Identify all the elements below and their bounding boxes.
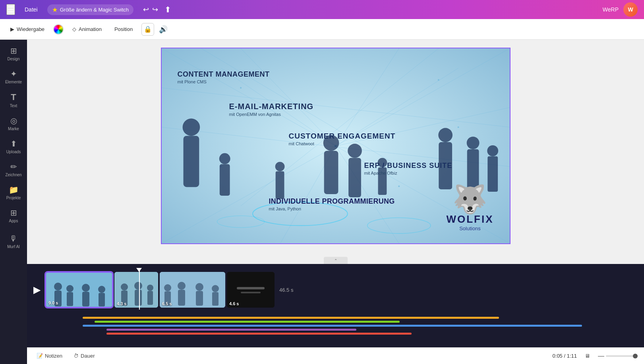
svg-point-62 <box>178 282 186 290</box>
zeichnen-label: Zeichnen <box>5 173 21 177</box>
slide-text-customer-eng: CUSTOMER ENGAGEMENT mit Chatwoot <box>289 132 396 146</box>
total-duration-label: 46.5 s <box>279 287 293 293</box>
projekte-label: Projekte <box>6 196 21 200</box>
screen-button[interactable]: 🖥 <box>582 351 593 360</box>
collapse-handle[interactable]: ⌃ <box>324 257 348 264</box>
file-button[interactable]: Datei <box>21 5 41 14</box>
track-1 <box>83 317 499 319</box>
time-display: 0:05 / 1:11 <box>553 353 577 359</box>
track-2 <box>95 321 400 323</box>
play-icon: ▶ <box>10 26 14 32</box>
customer-eng-title: CUSTOMER ENGAGEMENT <box>289 132 396 141</box>
magic-switch-button[interactable]: ★ Größe ändern & Magic Switch <box>47 4 133 15</box>
content-mgmt-title: CONTENT MANAGEMENT <box>178 70 270 79</box>
redo-button[interactable]: ↪ <box>152 5 158 14</box>
notes-label: Notizen <box>45 353 62 359</box>
sidebar-item-marke[interactable]: ◎ Marke <box>2 113 25 134</box>
wiedergabe-button[interactable]: ▶ Wiedergabe <box>6 24 48 35</box>
clip-2-duration: 4.3 s <box>117 301 126 306</box>
notes-button[interactable]: 📝 Notizen <box>33 351 66 360</box>
wolfix-logo-area: 🐺 WOLFIX Solutions <box>446 185 493 231</box>
email-mkt-subtitle: mit OpenEMM von Agnitas <box>229 112 314 117</box>
wiedergabe-label: Wiedergabe <box>17 26 44 32</box>
murf-label: Murf AI <box>7 245 20 249</box>
murf-icon: 🎙 <box>10 234 17 243</box>
menu-button[interactable]: ☰ <box>6 4 15 15</box>
zoom-track[interactable] <box>606 355 638 357</box>
position-label: Position <box>114 26 133 32</box>
sidebar-item-design[interactable]: ⊞ Design <box>2 43 25 64</box>
svg-point-17 <box>240 87 242 89</box>
apps-icon: ⊞ <box>10 208 17 218</box>
sidebar-item-text[interactable]: T Text <box>2 89 25 111</box>
username-label: WeRP <box>603 6 619 13</box>
svg-rect-56 <box>135 290 142 306</box>
playhead-line <box>139 268 140 310</box>
duration-label: Dauer <box>81 353 95 359</box>
zoom-thumb <box>633 354 638 358</box>
animation-button[interactable]: ◇ Animation <box>68 24 106 35</box>
content-area: CONTENT MANAGEMENT mit Plone CMS E-MAIL-… <box>27 40 644 364</box>
bottom-bar: 📝 Notizen ⏱ Dauer 0:05 / 1:11 🖥 — <box>27 347 644 364</box>
duration-button[interactable]: ⏱ Dauer <box>70 351 98 360</box>
canvas-slide[interactable]: CONTENT MANAGEMENT mit Plone CMS E-MAIL-… <box>161 48 511 244</box>
sidebar-item-apps[interactable]: ⊞ Apps <box>2 205 25 226</box>
cloud-save-button[interactable]: ⬆ <box>164 5 171 14</box>
volume-button[interactable]: 🔊 <box>159 25 168 34</box>
marke-label: Marke <box>8 127 19 131</box>
slide-text-individuelle: INDIVIDUELLE PROGRAMMIERUNG mit Java, Py… <box>269 197 395 211</box>
clip-4[interactable]: 4.6 s <box>227 272 275 308</box>
clip-3[interactable]: 6.5 s <box>160 272 225 308</box>
magic-star-icon: ★ <box>52 6 58 13</box>
sidebar-item-uploads[interactable]: ⬆ Uploads <box>2 136 25 157</box>
svg-point-53 <box>121 283 128 291</box>
lock-icon: 🔒 <box>144 25 152 33</box>
sidebar-item-projekte[interactable]: 📁 Projekte <box>2 182 25 203</box>
svg-point-44 <box>54 283 62 291</box>
svg-point-57 <box>147 285 153 291</box>
clip-2[interactable]: 4.3 s <box>114 272 158 308</box>
svg-point-20 <box>220 166 222 168</box>
customer-eng-subtitle: mit Chatwoot <box>289 141 396 146</box>
zoom-control[interactable]: — <box>598 352 638 360</box>
wolfix-text: WOLFIX <box>446 213 493 225</box>
animation-icon: ◇ <box>72 26 76 32</box>
bottom-right: 0:05 / 1:11 🖥 — <box>553 351 638 360</box>
zeichnen-icon: ✏ <box>10 162 17 171</box>
text-label: Text <box>10 104 17 108</box>
elemente-label: Elemente <box>5 80 22 84</box>
canvas-area: CONTENT MANAGEMENT mit Plone CMS E-MAIL-… <box>27 40 644 264</box>
sidebar-item-murf[interactable]: 🎙 Murf AI <box>2 231 25 252</box>
individuelle-subtitle: mit Java, Python <box>269 206 395 211</box>
svg-point-55 <box>134 282 142 290</box>
svg-point-21 <box>457 126 459 128</box>
svg-rect-67 <box>212 292 219 306</box>
avatar[interactable]: W <box>623 2 638 17</box>
bottom-left: 📝 Notizen ⏱ Dauer <box>33 351 98 360</box>
sidebar-item-zeichnen[interactable]: ✏ Zeichnen <box>2 159 25 180</box>
play-button[interactable]: ▶ <box>33 284 41 295</box>
toolbar: ▶ Wiedergabe ◇ Animation Position 🔒 🔊 <box>0 19 644 40</box>
apps-label: Apps <box>9 219 18 223</box>
undo-button[interactable]: ↩ <box>143 5 149 14</box>
design-label: Design <box>7 57 19 61</box>
svg-rect-49 <box>82 292 89 306</box>
svg-point-18 <box>437 79 439 81</box>
wolfix-wolf-icon: 🐺 <box>453 185 487 213</box>
timeline-tracks <box>27 316 644 335</box>
clip-1-duration: 9.0 s <box>48 300 58 305</box>
position-button[interactable]: Position <box>110 24 137 35</box>
notes-icon: 📝 <box>37 353 43 359</box>
projekte-icon: 📁 <box>9 185 19 195</box>
magic-switch-label: Größe ändern & Magic Switch <box>60 7 129 13</box>
color-filter-swatch[interactable] <box>53 24 64 35</box>
design-icon: ⊞ <box>10 46 17 56</box>
track-4 <box>106 329 356 331</box>
lock-button[interactable]: 🔒 <box>141 23 154 36</box>
zoom-minus[interactable]: — <box>598 352 604 360</box>
sidebar-item-elemente[interactable]: ✦ Elemente <box>2 66 25 87</box>
clip-3-duration: 6.5 s <box>162 301 172 306</box>
clip-1[interactable]: 9.0 s <box>45 272 113 308</box>
svg-point-64 <box>195 283 203 291</box>
svg-rect-51 <box>99 293 105 306</box>
